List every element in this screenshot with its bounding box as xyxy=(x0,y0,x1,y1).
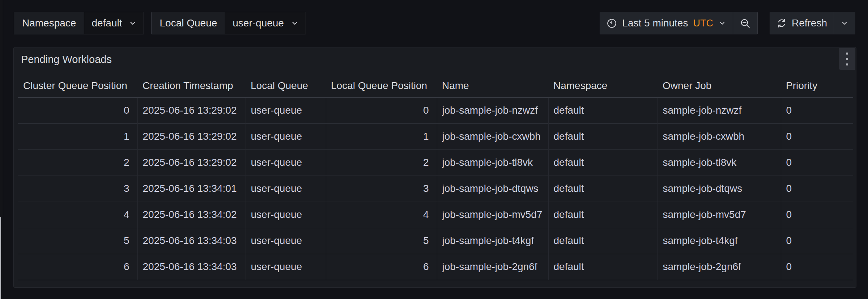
table-row: 62025-06-16 13:34:03user-queue6job-sampl… xyxy=(18,254,853,280)
chevron-down-icon xyxy=(841,19,848,27)
column-header-local-queue[interactable]: Local Queue xyxy=(246,69,326,97)
cell-priority: 0 xyxy=(781,123,853,150)
kebab-vertical-icon xyxy=(846,52,848,66)
column-header-name[interactable]: Name xyxy=(437,69,548,97)
window-scrollbar-fragment[interactable] xyxy=(0,217,1,299)
cell-owner-job: sample-job-2gn6f xyxy=(658,254,781,280)
cell-local-queue-position: 5 xyxy=(326,228,437,254)
variable-namespace: Namespace default xyxy=(14,12,144,34)
refresh-button[interactable]: Refresh xyxy=(770,12,834,34)
cell-local-queue: user-queue xyxy=(246,228,326,254)
cell-name: job-sample-job-nzwzf xyxy=(437,97,548,123)
zoom-out-time-button[interactable] xyxy=(733,12,757,34)
cell-name: job-sample-job-2gn6f xyxy=(437,254,548,280)
table-row: 52025-06-16 13:34:03user-queue5job-sampl… xyxy=(18,228,853,254)
variable-local-queue: Local Queue user-queue xyxy=(151,12,306,34)
cell-local-queue: user-queue xyxy=(246,202,326,228)
cell-local-queue-position: 3 xyxy=(326,176,437,202)
cell-name: job-sample-job-t4kgf xyxy=(437,228,548,254)
cell-priority: 0 xyxy=(781,150,853,176)
cell-priority: 0 xyxy=(781,176,853,202)
cell-priority: 0 xyxy=(781,202,853,228)
variable-namespace-value: default xyxy=(92,17,122,29)
panel-title: Pending Workloads xyxy=(21,54,112,66)
cell-name: job-sample-job-dtqws xyxy=(437,176,548,202)
cell-owner-job: sample-job-tl8vk xyxy=(658,150,781,176)
grafana-dashboard: Namespace default Local Queue user-queue xyxy=(0,0,868,299)
cell-local-queue: user-queue xyxy=(246,254,326,280)
cell-local-queue-position: 6 xyxy=(326,254,437,280)
table-container: Cluster Queue PositionCreation Timestamp… xyxy=(14,69,856,280)
template-variables: Namespace default Local Queue user-queue xyxy=(14,12,306,34)
time-range-group: Last 5 minutes UTC xyxy=(600,12,758,34)
cell-local-queue-position: 4 xyxy=(326,202,437,228)
variable-local-queue-value: user-queue xyxy=(233,17,284,29)
cell-namespace: default xyxy=(548,150,658,176)
chevron-down-icon xyxy=(718,19,726,27)
cell-owner-job: sample-job-mv5d7 xyxy=(658,202,781,228)
variable-namespace-label: Namespace xyxy=(14,12,84,34)
cell-owner-job: sample-job-t4kgf xyxy=(658,228,781,254)
cell-namespace: default xyxy=(548,202,658,228)
magnifier-minus-icon xyxy=(740,18,751,29)
cell-priority: 0 xyxy=(781,228,853,254)
cell-priority: 0 xyxy=(781,97,853,123)
refresh-interval-dropdown[interactable] xyxy=(834,12,855,34)
sync-icon xyxy=(776,18,787,28)
cell-cluster-queue-position: 3 xyxy=(18,176,137,202)
refresh-group: Refresh xyxy=(770,12,855,34)
toolbar-spacer xyxy=(758,12,770,34)
cell-owner-job: sample-job-cxwbh xyxy=(658,123,781,150)
cell-owner-job: sample-job-nzwzf xyxy=(658,97,781,123)
table-row: 12025-06-16 13:29:02user-queue1job-sampl… xyxy=(18,123,853,150)
cell-name: job-sample-job-cxwbh xyxy=(437,123,548,150)
cell-namespace: default xyxy=(548,123,658,150)
pending-workloads-table: Cluster Queue PositionCreation Timestamp… xyxy=(18,69,853,280)
cell-cluster-queue-position: 0 xyxy=(18,97,137,123)
cell-creation-timestamp: 2025-06-16 13:34:03 xyxy=(137,228,246,254)
cell-local-queue: user-queue xyxy=(246,123,326,150)
table-row: 22025-06-16 13:29:02user-queue2job-sampl… xyxy=(18,150,853,176)
time-range-picker-button[interactable]: Last 5 minutes UTC xyxy=(600,12,733,34)
time-range-label: Last 5 minutes xyxy=(622,17,688,29)
column-header-owner-job[interactable]: Owner Job xyxy=(658,69,781,97)
cell-owner-job: sample-job-dtqws xyxy=(658,176,781,202)
column-header-local-queue-position[interactable]: Local Queue Position xyxy=(326,69,437,97)
column-header-creation-timestamp[interactable]: Creation Timestamp xyxy=(137,69,246,97)
cell-name: job-sample-job-mv5d7 xyxy=(437,202,548,228)
refresh-label: Refresh xyxy=(792,17,827,29)
table-body: 02025-06-16 13:29:02user-queue0job-sampl… xyxy=(18,97,853,280)
chevron-down-icon xyxy=(290,19,299,28)
clock-icon xyxy=(607,18,617,29)
table-row: 02025-06-16 13:29:02user-queue0job-sampl… xyxy=(18,97,853,123)
variable-namespace-picker[interactable]: default xyxy=(84,12,144,34)
cell-local-queue-position: 0 xyxy=(326,97,437,123)
table-row: 32025-06-16 13:34:01user-queue3job-sampl… xyxy=(18,176,853,202)
cell-creation-timestamp: 2025-06-16 13:34:02 xyxy=(137,202,246,228)
table-header-row: Cluster Queue PositionCreation Timestamp… xyxy=(18,69,853,97)
cell-cluster-queue-position: 1 xyxy=(18,123,137,150)
column-header-namespace[interactable]: Namespace xyxy=(548,69,658,97)
panel-header: Pending Workloads xyxy=(14,47,856,69)
cell-namespace: default xyxy=(548,228,658,254)
cell-creation-timestamp: 2025-06-16 13:29:02 xyxy=(137,150,246,176)
toolbar-right-controls: Last 5 minutes UTC xyxy=(600,12,855,34)
cell-creation-timestamp: 2025-06-16 13:29:02 xyxy=(137,123,246,150)
cell-creation-timestamp: 2025-06-16 13:34:03 xyxy=(137,254,246,280)
cell-priority: 0 xyxy=(781,254,853,280)
cell-namespace: default xyxy=(548,97,658,123)
cell-cluster-queue-position: 2 xyxy=(18,150,137,176)
pending-workloads-panel: Pending Workloads Cluster Queue Position… xyxy=(13,47,856,288)
column-header-priority[interactable]: Priority xyxy=(781,69,853,97)
cell-namespace: default xyxy=(548,176,658,202)
cell-local-queue-position: 2 xyxy=(326,150,437,176)
column-header-cluster-queue-position[interactable]: Cluster Queue Position xyxy=(18,69,137,97)
variable-local-queue-picker[interactable]: user-queue xyxy=(225,12,306,34)
cell-local-queue-position: 1 xyxy=(326,123,437,150)
panel-menu-button[interactable] xyxy=(839,48,855,70)
cell-name: job-sample-job-tl8vk xyxy=(437,150,548,176)
cell-cluster-queue-position: 4 xyxy=(18,202,137,228)
variable-local-queue-label: Local Queue xyxy=(152,12,225,34)
table-row: 42025-06-16 13:34:02user-queue4job-sampl… xyxy=(18,202,853,228)
cell-cluster-queue-position: 5 xyxy=(18,228,137,254)
